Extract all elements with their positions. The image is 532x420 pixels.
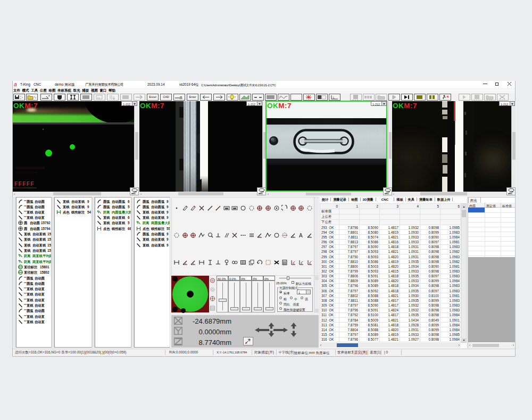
svg-text:L: L — [333, 96, 335, 99]
svg-text:B: B — [180, 96, 182, 100]
svg-text:a: a — [14, 82, 17, 87]
